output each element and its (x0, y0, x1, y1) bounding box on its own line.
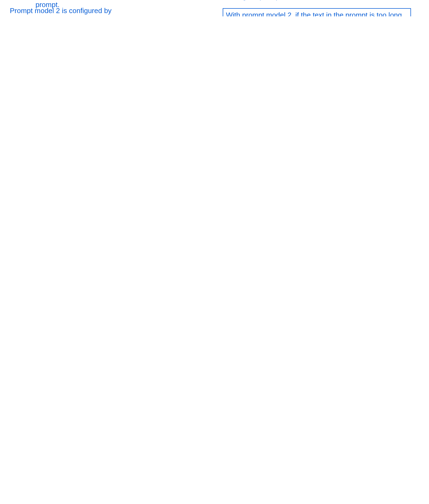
annotation-clear-env: Change, or clear, the value of the USRHO… (35, 0, 216, 10)
annotation-wrap-behavior: With prompt model 2, if the text in the … (223, 8, 411, 16)
annotation-exit-restore: When exiting back to the parent shell, t… (235, 0, 388, 1)
